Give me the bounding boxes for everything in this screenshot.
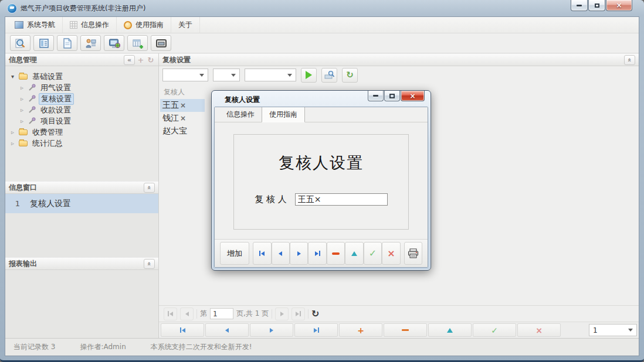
prev-record-button[interactable]: [205, 323, 249, 337]
dialog-maximize-button[interactable]: [384, 91, 400, 101]
last-record-button[interactable]: [294, 323, 338, 337]
collapse-up-button[interactable]: «: [144, 183, 155, 193]
form-view-button[interactable]: [33, 35, 54, 51]
reviewer-row[interactable]: 钱江 ×: [160, 112, 205, 125]
filter-value-select[interactable]: [245, 69, 296, 81]
confirm-button[interactable]: ✓: [364, 242, 382, 265]
add-record-button[interactable]: +: [339, 323, 382, 337]
expander-closed-icon[interactable]: ▹: [21, 107, 28, 113]
refresh-list-button[interactable]: ↻: [342, 68, 358, 83]
user-config-button[interactable]: [80, 35, 101, 51]
menu-about[interactable]: 关于: [171, 17, 200, 33]
query-toolbar: ↻: [159, 66, 639, 84]
tree-item-project-settings[interactable]: ▹ 项目设置: [11, 115, 156, 127]
plus-icon: +: [357, 326, 364, 334]
add-button[interactable]: 增加: [220, 242, 249, 265]
tree-item-statistics-summary[interactable]: ▹ 统计汇总: [11, 138, 156, 149]
first-page-button[interactable]: [164, 308, 177, 320]
navigation-icon: [15, 21, 23, 29]
window-frame-button[interactable]: [151, 35, 171, 51]
last-icon: [300, 311, 301, 316]
reviewer-row[interactable]: 赵大宝: [160, 125, 205, 138]
reviewer-settings-dialog: 复核人设置 × 信息操作 使用指南 复核人设置 复 核 人: [211, 90, 431, 271]
tab-user-guide[interactable]: 使用指南: [262, 107, 305, 122]
divider: [272, 309, 272, 319]
tree-item-gas-settings[interactable]: ▹ 用气设置: [11, 82, 156, 93]
form-box: 复核人设置 复 核 人: [233, 134, 409, 230]
delete-record-button[interactable]: [327, 242, 345, 265]
check-icon: ✓: [491, 326, 498, 334]
arrow-left-icon: [261, 251, 265, 256]
last-record-button[interactable]: [308, 242, 326, 265]
records-per-page-select[interactable]: 1: [589, 324, 637, 336]
wrench-icon: [28, 84, 36, 91]
menu-user-guide[interactable]: 使用指南: [117, 17, 171, 33]
close-button[interactable]: ×: [606, 0, 632, 11]
new-document-button[interactable]: [57, 35, 77, 51]
next-page-button[interactable]: [275, 308, 289, 320]
divider: [308, 309, 309, 319]
divider: [196, 309, 197, 319]
tree-item-review-settings[interactable]: ▹ 复核设置: [11, 93, 156, 104]
panel-title: 信息窗口: [9, 183, 37, 193]
menu-system-navigation[interactable]: 系统导航: [8, 17, 63, 33]
filter-operator-select[interactable]: [213, 69, 240, 81]
prev-page-button[interactable]: [180, 308, 194, 320]
run-query-button[interactable]: [301, 68, 317, 83]
filter-field-select[interactable]: [162, 69, 208, 81]
add-node-icon[interactable]: +: [137, 56, 145, 64]
refresh-tree-icon[interactable]: ↻: [147, 56, 155, 64]
last-page-button[interactable]: [292, 308, 305, 320]
play-icon: [306, 71, 312, 79]
tree-item-fee-management[interactable]: ▹ 收费管理: [11, 127, 156, 138]
tree-item-base-settings[interactable]: ▾ 基础设置: [11, 71, 156, 82]
grid-icon: [70, 21, 77, 29]
delete-record-button[interactable]: [384, 323, 427, 337]
tab-info-operation[interactable]: 信息操作: [219, 107, 262, 122]
chevron-down-icon: [231, 74, 236, 77]
expander-closed-icon[interactable]: ▹: [21, 95, 28, 102]
first-record-button[interactable]: [161, 323, 204, 337]
reviewer-input[interactable]: [295, 193, 388, 206]
page-suffix: 页,共 1 页: [236, 309, 269, 319]
edit-record-button[interactable]: [345, 242, 363, 265]
advanced-search-button[interactable]: [321, 68, 337, 83]
next-record-button[interactable]: [290, 242, 308, 265]
next-record-button[interactable]: [250, 323, 293, 337]
expander-closed-icon[interactable]: ▹: [11, 140, 19, 146]
remove-tag-icon[interactable]: ×: [180, 101, 186, 110]
cancel-button[interactable]: ×: [382, 242, 400, 265]
table-add-button[interactable]: [127, 35, 148, 51]
monitor-globe-button[interactable]: [104, 35, 124, 51]
dialog-minimize-button[interactable]: [368, 91, 384, 101]
page-number-input[interactable]: [210, 308, 233, 319]
edit-record-button[interactable]: [428, 323, 472, 337]
cancel-button[interactable]: ×: [517, 323, 561, 337]
refresh-page-icon[interactable]: ↻: [311, 308, 319, 319]
remove-tag-icon[interactable]: ×: [180, 114, 186, 122]
collapse-up-button[interactable]: «: [144, 259, 155, 269]
first-record-button[interactable]: [253, 242, 271, 265]
maximize-icon: [389, 94, 395, 98]
expander-open-icon[interactable]: ▾: [11, 73, 19, 80]
tree-item-payment-settings[interactable]: ▹ 收款设置: [11, 104, 156, 115]
tree-item-label: 统计汇总: [30, 138, 65, 149]
prev-record-button[interactable]: [272, 242, 290, 265]
expander-closed-icon[interactable]: ▹: [11, 129, 19, 135]
search-preview-button[interactable]: [10, 35, 30, 51]
info-window-item[interactable]: 1 复核人设置: [5, 194, 158, 213]
monitor-globe-icon: [109, 38, 120, 49]
restore-button[interactable]: [588, 0, 605, 11]
print-button[interactable]: [404, 242, 422, 265]
dialog-close-button[interactable]: ×: [401, 91, 425, 101]
expander-closed-icon[interactable]: ▹: [21, 84, 28, 91]
menu-info-operation[interactable]: 信息操作: [63, 17, 117, 33]
confirm-button[interactable]: ✓: [473, 323, 516, 337]
expander-closed-icon[interactable]: ▹: [21, 118, 28, 124]
form-row: 复 核 人: [234, 193, 408, 206]
collapse-left-button[interactable]: «: [124, 55, 135, 65]
info-window-header: 信息窗口 «: [5, 181, 158, 194]
collapse-up-button[interactable]: «: [624, 55, 635, 65]
reviewer-row[interactable]: 王五 ×: [160, 99, 205, 112]
minimize-button[interactable]: [571, 0, 588, 11]
